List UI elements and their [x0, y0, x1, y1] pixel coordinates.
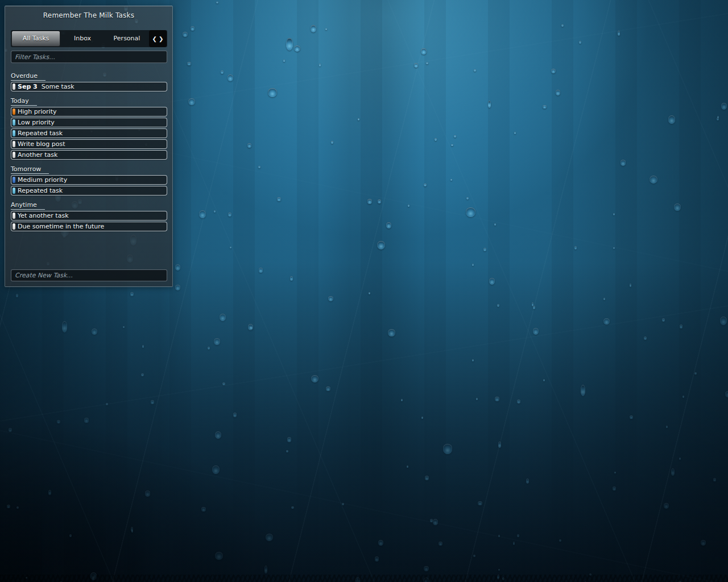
task-row[interactable]: Medium priority	[11, 175, 167, 185]
task-title: High priority	[18, 108, 56, 115]
task-title: Due sometime in the future	[18, 223, 104, 230]
task-title: Medium priority	[18, 176, 67, 184]
section-label: Anytime	[11, 201, 45, 210]
task-row[interactable]: Write blog post	[11, 139, 167, 149]
desktop: Remember The Milk Tasks All Tasks Inbox …	[0, 0, 728, 582]
task-title: Repeated task	[18, 187, 63, 194]
section-tomorrow: Tomorrow Medium priority Repeated task	[11, 164, 167, 196]
task-title: Another task	[18, 151, 57, 159]
section-overdue: Overdue Sep 3 Some task	[11, 71, 167, 92]
tab-inbox[interactable]: Inbox	[60, 30, 105, 47]
task-title: Write blog post	[18, 140, 65, 148]
task-row[interactable]: Sep 3 Some task	[11, 82, 167, 92]
section-label: Tomorrow	[11, 165, 49, 174]
task-row[interactable]: High priority	[11, 107, 167, 117]
tab-bar: All Tasks Inbox Personal ❮ ❯	[11, 30, 167, 47]
task-row[interactable]: Repeated task	[11, 128, 167, 138]
section-anytime: Anytime Yet another task Due sometime in…	[11, 200, 167, 231]
tab-personal[interactable]: Personal	[105, 30, 149, 47]
wallpaper-bottom-texture	[0, 575, 728, 582]
priority-stripe	[13, 130, 15, 136]
tab-nav: ❮ ❯	[149, 30, 167, 47]
section-today: Today High priority Low priority Repeate…	[11, 96, 167, 160]
section-label: Today	[11, 97, 37, 106]
task-title: Some task	[42, 83, 75, 90]
rtm-tasks-widget: Remember The Milk Tasks All Tasks Inbox …	[5, 6, 173, 287]
filter-tasks-input[interactable]	[11, 51, 167, 63]
priority-stripe	[13, 152, 15, 158]
task-list: Overdue Sep 3 Some task Today High prior…	[11, 71, 167, 232]
section-label: Overdue	[11, 72, 46, 81]
task-title: Low priority	[18, 119, 55, 126]
next-arrow-icon[interactable]: ❯	[159, 36, 163, 42]
priority-stripe	[13, 119, 15, 126]
priority-stripe	[13, 177, 15, 183]
tab-all-tasks[interactable]: All Tasks	[11, 31, 60, 47]
priority-stripe	[13, 223, 15, 230]
task-row[interactable]: Low priority	[11, 118, 167, 127]
priority-stripe	[13, 109, 15, 115]
priority-stripe	[13, 213, 15, 219]
priority-stripe	[13, 141, 15, 147]
task-date: Sep 3	[18, 83, 38, 90]
task-row[interactable]: Repeated task	[11, 186, 167, 196]
task-row[interactable]: Due sometime in the future	[11, 222, 167, 231]
create-new-task-input[interactable]	[11, 269, 167, 281]
task-title: Repeated task	[18, 130, 63, 137]
priority-stripe	[13, 188, 15, 194]
task-title: Yet another task	[18, 212, 69, 219]
task-row[interactable]: Yet another task	[11, 211, 167, 221]
prev-arrow-icon[interactable]: ❮	[152, 36, 157, 42]
task-row[interactable]: Another task	[11, 150, 167, 160]
priority-stripe	[13, 84, 15, 90]
widget-title: Remember The Milk Tasks	[5, 11, 172, 19]
